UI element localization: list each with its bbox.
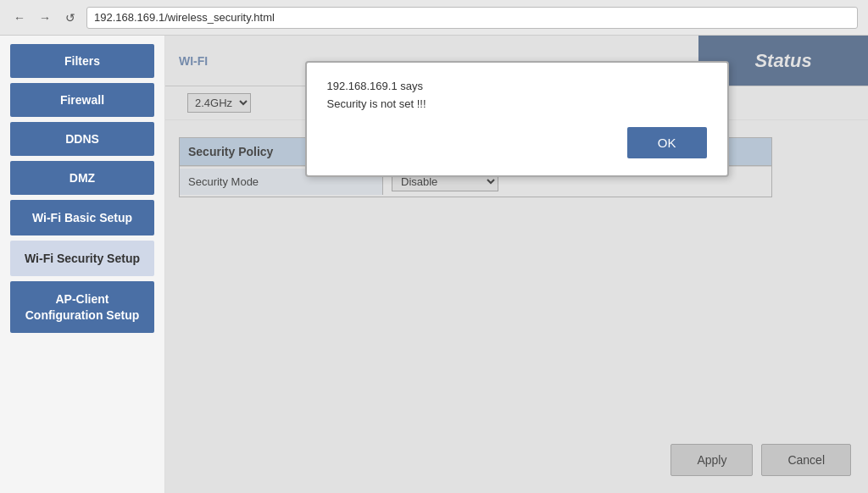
reload-button[interactable]: ↺ [61, 8, 80, 27]
sidebar-item-dmz[interactable]: DMZ [10, 161, 154, 195]
sidebar-item-wifi-security[interactable]: Wi-Fi Security Setup [10, 241, 154, 276]
sidebar-item-ap-client[interactable]: AP-Client Configuration Setup [10, 281, 154, 332]
dialog-ok-button[interactable]: OK [627, 127, 707, 158]
dialog-source: 192.168.169.1 says [327, 80, 707, 92]
dialog-message: Security is not set !!! [327, 97, 707, 110]
address-bar[interactable] [86, 7, 858, 29]
sidebar-item-firewall[interactable]: Firewall [10, 83, 154, 117]
dialog-footer: OK [327, 127, 707, 158]
sidebar: Filters Firewall DDNS DMZ Wi-Fi Basic Se… [0, 36, 165, 493]
content-area: WI-FI Status 2.4GHz 5GHz Security Policy [165, 36, 868, 493]
browser-chrome: ← → ↺ [0, 0, 868, 36]
sidebar-item-ddns[interactable]: DDNS [10, 122, 154, 156]
sidebar-item-wifi-basic[interactable]: Wi-Fi Basic Setup [10, 200, 154, 235]
sidebar-item-filters[interactable]: Filters [10, 44, 154, 78]
main-layout: Filters Firewall DDNS DMZ Wi-Fi Basic Se… [0, 36, 868, 493]
dialog-overlay: 192.168.169.1 says Security is not set !… [165, 36, 868, 493]
forward-button[interactable]: → [36, 8, 54, 27]
dialog-box: 192.168.169.1 says Security is not set !… [305, 61, 729, 177]
back-button[interactable]: ← [10, 8, 29, 27]
